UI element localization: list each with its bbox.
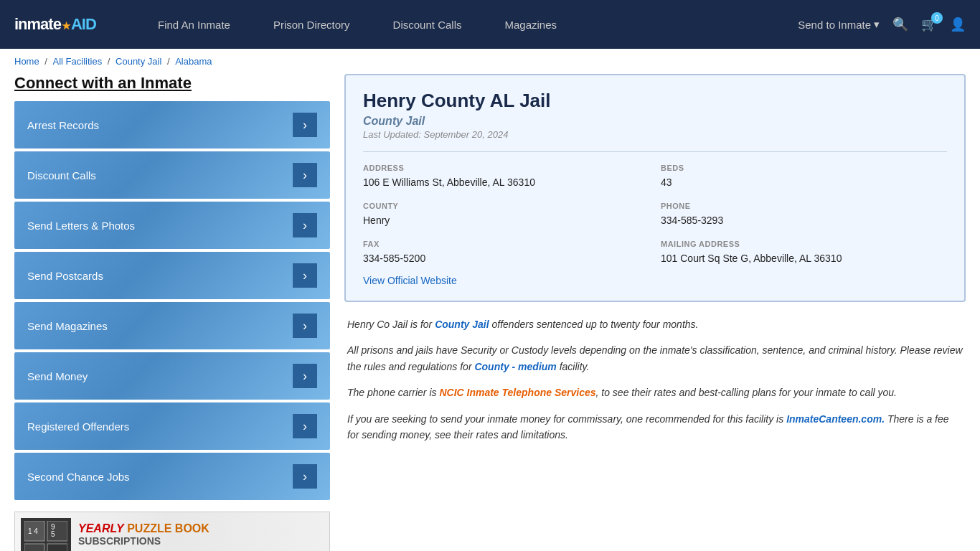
info-para2-before: All prisons and jails have Security or C… (347, 344, 963, 372)
nav-magazines[interactable]: Magazines (483, 0, 578, 49)
sidebar-item-send-magazines[interactable]: Send Magazines › (14, 302, 330, 349)
info-para3-before: The phone carrier is (347, 387, 439, 398)
svg-text:1 4: 1 4 (28, 527, 38, 535)
ad-subscriptions: SUBSCRIPTIONS (78, 535, 324, 547)
address-group: ADDRESS 106 E Williams St, Abbeville, AL… (363, 164, 649, 190)
sidebar-item-send-postcards[interactable]: Send Postcards › (14, 252, 330, 299)
mailing-value: 101 Court Sq Ste G, Abbeville, AL 36310 (661, 251, 947, 266)
main-nav: Find An Inmate Prison Directory Discount… (136, 0, 798, 49)
official-website-link[interactable]: View Official Website (363, 275, 457, 286)
county-label: COUNTY (363, 202, 649, 210)
county-value: Henry (363, 213, 649, 228)
beds-group: BEDS 43 (661, 164, 947, 190)
sidebar-item-label: Send Money (27, 370, 88, 382)
nav-prison-directory[interactable]: Prison Directory (252, 0, 372, 49)
info-para-3: The phone carrier is NCIC Inmate Telepho… (347, 385, 963, 400)
ad-banner[interactable]: 1 4 9 5 2 1 YEARLY PUZZLE BOOK SUBSCRIPT… (14, 512, 330, 551)
sidebar-item-second-chance-jobs[interactable]: Second Chance Jobs › (14, 453, 330, 500)
sidebar-item-label: Second Chance Jobs (27, 471, 130, 483)
mailing-group: MAILING ADDRESS 101 Court Sq Ste G, Abbe… (661, 240, 947, 266)
fax-value: 334-585-5200 (363, 251, 649, 266)
facility-name: Henry County AL Jail (363, 90, 947, 112)
phone-label: PHONE (661, 202, 947, 210)
address-value: 106 E Williams St, Abbeville, AL 36310 (363, 175, 649, 190)
beds-value: 43 (661, 175, 947, 190)
send-to-inmate-label: Send to Inmate (798, 19, 871, 31)
cart-icon-button[interactable]: 🛒 0 (921, 17, 937, 32)
sidebar-item-registered-offenders[interactable]: Registered Offenders › (14, 402, 330, 450)
info-para-4: If you are seeking to send your inmate m… (347, 411, 963, 443)
breadcrumb: Home / All Facilities / County Jail / Al… (0, 49, 980, 74)
nav-find-inmate[interactable]: Find An Inmate (136, 0, 252, 49)
fax-group: FAX 334-585-5200 (363, 240, 649, 266)
sidebar-item-label: Send Letters & Photos (27, 220, 135, 232)
sidebar: Connect with an Inmate Arrest Records › … (14, 74, 330, 551)
info-para4-before: If you are seeking to send your inmate m… (347, 413, 786, 425)
sidebar-item-label: Registered Offenders (27, 420, 129, 433)
arrow-icon: › (293, 263, 317, 288)
county-medium-link[interactable]: County - medium (474, 361, 556, 372)
sidebar-item-arrest-records[interactable]: Arrest Records › (14, 101, 330, 149)
logo-star-icon: ★ (62, 20, 70, 32)
info-para-2: All prisons and jails have Security or C… (347, 342, 963, 375)
address-label: ADDRESS (363, 164, 649, 172)
breadcrumb-home[interactable]: Home (14, 56, 39, 67)
ad-text: YEARLY PUZZLE BOOK SUBSCRIPTIONS STARTIN… (78, 522, 324, 551)
header: inmate★AID Find An Inmate Prison Directo… (0, 0, 980, 49)
send-to-inmate-button[interactable]: Send to Inmate ▾ (798, 18, 880, 31)
info-para2-after: facility. (557, 361, 590, 372)
facility-last-updated: Last Updated: September 20, 2024 (363, 129, 947, 140)
sidebar-item-label: Discount Calls (27, 169, 96, 182)
right-content: Henry County AL Jail County Jail Last Up… (344, 74, 966, 551)
info-para1-after: offenders sentenced up to twenty four mo… (489, 319, 699, 330)
cart-badge: 0 (931, 12, 943, 24)
info-para-1: Henry Co Jail is for County Jail offende… (347, 316, 963, 332)
arrow-icon: › (293, 414, 317, 438)
svg-rect-3 (47, 544, 67, 552)
facility-type: County Jail (363, 115, 947, 128)
info-section: Henry Co Jail is for County Jail offende… (344, 316, 966, 443)
main-content: Connect with an Inmate Arrest Records › … (0, 74, 980, 551)
breadcrumb-state[interactable]: Alabama (175, 56, 212, 67)
header-icons: Send to Inmate ▾ 🔍 🛒 0 👤 (798, 17, 966, 32)
phone-group: PHONE 334-585-3293 (661, 202, 947, 228)
chevron-down-icon: ▾ (874, 18, 880, 31)
facility-card: Henry County AL Jail County Jail Last Up… (344, 74, 966, 302)
breadcrumb-county-jail[interactable]: County Jail (116, 56, 161, 67)
sidebar-item-discount-calls[interactable]: Discount Calls › (14, 151, 330, 199)
ad-puzzle-image: 1 4 9 5 2 1 (21, 518, 71, 552)
fax-label: FAX (363, 240, 649, 248)
logo[interactable]: inmate★AID (14, 15, 115, 34)
breadcrumb-all-facilities[interactable]: All Facilities (53, 56, 103, 67)
sidebar-item-send-money[interactable]: Send Money › (14, 352, 330, 400)
arrow-icon: › (293, 163, 317, 187)
sidebar-menu: Arrest Records › Discount Calls › Send L… (14, 101, 330, 500)
sidebar-item-label: Arrest Records (27, 119, 99, 131)
search-icon-button[interactable]: 🔍 (892, 17, 908, 32)
svg-rect-2 (24, 544, 44, 552)
sidebar-item-send-letters[interactable]: Send Letters & Photos › (14, 202, 330, 249)
county-group: COUNTY Henry (363, 202, 649, 228)
arrow-icon: › (293, 213, 317, 237)
arrow-icon: › (293, 314, 317, 338)
facility-details: ADDRESS 106 E Williams St, Abbeville, AL… (363, 151, 947, 266)
info-para3-after: , to see their rates and best-calling pl… (596, 387, 897, 398)
ncic-link[interactable]: NCIC Inmate Telephone Services (439, 387, 595, 398)
arrow-icon: › (293, 464, 317, 489)
sidebar-item-label: Send Magazines (27, 320, 108, 332)
phone-value: 334-585-3293 (661, 213, 947, 228)
user-icon-button[interactable]: 👤 (950, 17, 966, 32)
beds-label: BEDS (661, 164, 947, 172)
info-para1-before: Henry Co Jail is for (347, 319, 435, 330)
nav-discount-calls[interactable]: Discount Calls (372, 0, 484, 49)
inmate-canteen-link[interactable]: InmateCanteen.com. (786, 413, 885, 425)
sidebar-item-label: Send Postcards (27, 270, 103, 282)
county-jail-link[interactable]: County Jail (435, 319, 489, 330)
arrow-icon: › (293, 113, 317, 137)
ad-title: YEARLY PUZZLE BOOK (78, 522, 324, 535)
sidebar-title: Connect with an Inmate (14, 74, 330, 93)
arrow-icon: › (293, 364, 317, 388)
svg-text:5: 5 (51, 530, 55, 538)
mailing-label: MAILING ADDRESS (661, 240, 947, 248)
